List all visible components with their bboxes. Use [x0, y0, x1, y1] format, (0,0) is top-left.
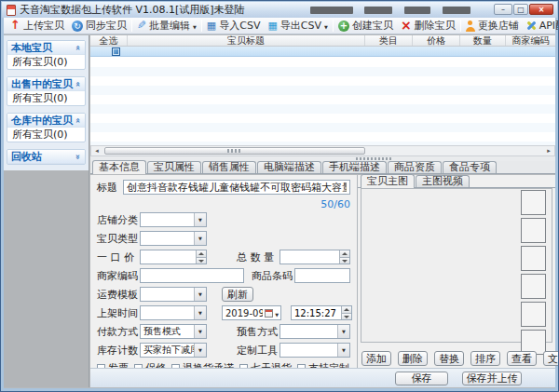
sidebar-item-all-local[interactable]: 所有宝贝(0) [7, 55, 85, 69]
table-row[interactable] [90, 47, 555, 57]
chevron-down-icon[interactable] [193, 20, 197, 32]
tools-icon [526, 20, 537, 31]
replace-image-button[interactable]: 替换 [434, 351, 464, 366]
save-and-upload-button[interactable]: 保存并上传 [462, 372, 522, 385]
presale-method-select[interactable] [280, 324, 350, 339]
stock-count-select[interactable]: 买家拍下减库存 [140, 343, 207, 358]
quantity-input[interactable] [280, 250, 350, 264]
minimize-button[interactable]: – [494, 4, 512, 15]
listing-date-value: 2019-09-05 [223, 308, 263, 318]
delete-item-button[interactable]: 删除宝贝 [397, 19, 459, 34]
chevron-down-icon[interactable] [194, 344, 206, 357]
tab-mobile-description[interactable]: 手机端描述 [322, 161, 387, 173]
horizontal-scrollbar[interactable]: ◂ ▸ [90, 145, 555, 156]
sidebar-header-onsale[interactable]: 出售中的宝贝 [7, 77, 85, 91]
api-config-button[interactable]: API配置 [523, 19, 559, 34]
spinner-icon[interactable] [339, 250, 349, 264]
title-input[interactable] [123, 180, 350, 195]
chevron-down-icon[interactable] [194, 288, 206, 301]
listing-time-select[interactable] [140, 305, 207, 320]
tab-pc-description[interactable]: 电脑端描述 [257, 161, 321, 173]
sidebar-header-local[interactable]: 本地宝贝 [7, 41, 85, 55]
column-quantity[interactable]: 数量 [460, 35, 506, 46]
payment-method-select[interactable]: 预售模式 [140, 324, 207, 339]
row-checkbox-icon[interactable] [112, 47, 120, 56]
scrollbar-thumb[interactable] [104, 147, 365, 155]
save-button[interactable]: 保存 [395, 372, 448, 385]
checkbox-return-promise[interactable]: 退换货承诺 [171, 361, 234, 369]
tab-item-attributes[interactable]: 宝贝属性 [147, 161, 201, 173]
chevron-down-icon[interactable] [194, 306, 206, 319]
chevron-down-icon[interactable] [337, 325, 349, 338]
column-price[interactable]: 价格 [413, 35, 460, 46]
collapse-up-icon[interactable] [75, 80, 81, 88]
tab-basic-info[interactable]: 基本信息 [92, 160, 146, 174]
image-thumbnail-slot[interactable] [521, 218, 546, 243]
custom-tool-select[interactable] [280, 343, 350, 358]
sort-image-button[interactable]: 排序 [470, 351, 500, 366]
sidebar: 本地宝贝 所有宝贝(0) 出售中的宝贝 所有宝贝(0) 仓库中的宝贝 所有宝贝(… [4, 35, 89, 387]
image-thumbnail-slot[interactable] [521, 274, 546, 299]
price-input[interactable] [140, 250, 207, 264]
scroll-left-icon[interactable]: ◂ [91, 146, 102, 155]
delete-image-button[interactable]: 删除 [398, 351, 428, 366]
column-select-all[interactable]: 全选 [90, 35, 128, 46]
shipping-template-select[interactable] [140, 287, 207, 302]
checkbox-invoice[interactable]: 发票 [97, 361, 129, 369]
image-thumbnail-slot[interactable] [521, 302, 546, 327]
tab-main-image[interactable]: 宝贝主图 [361, 174, 415, 188]
column-merchant-code[interactable]: 商家编码 [506, 35, 555, 46]
listing-date-picker[interactable]: 2019-09-05 [222, 305, 281, 320]
scroll-right-icon[interactable]: ▸ [543, 146, 554, 155]
tab-sales-attributes[interactable]: 销售属性 [202, 161, 256, 173]
export-csv-button[interactable]: 导出CSV [264, 19, 331, 34]
chevron-down-icon[interactable] [324, 20, 328, 32]
tab-product-qualification[interactable]: 商品资质 [388, 161, 442, 173]
upload-item-button[interactable]: 上传宝贝 [7, 19, 68, 34]
spinner-icon[interactable] [341, 306, 351, 319]
chevron-down-icon[interactable] [337, 344, 349, 357]
sidebar-item-all-warehouse[interactable]: 所有宝贝(0) [7, 128, 85, 142]
tab-main-video[interactable]: 主图视频 [416, 175, 470, 187]
sidebar-header-recycle[interactable]: 回收站 [7, 150, 85, 164]
checkbox-warranty[interactable]: 保修 [134, 361, 166, 369]
collapse-down-icon[interactable] [75, 153, 81, 161]
chevron-down-icon[interactable] [275, 307, 279, 319]
chevron-down-icon[interactable] [194, 213, 206, 226]
item-type-select[interactable] [140, 231, 207, 246]
column-item-title[interactable]: 宝贝标题 [128, 35, 365, 46]
listing-clock-input[interactable]: 12:15:27 [291, 305, 352, 320]
checkbox-seven-day-return[interactable]: 七天退货 [239, 361, 292, 369]
view-image-button[interactable]: 查看 [507, 351, 537, 366]
merchant-code-input[interactable] [140, 268, 244, 283]
sidebar-item-all-onsale[interactable]: 所有宝贝(0) [7, 91, 85, 105]
close-button[interactable]: × [529, 4, 553, 15]
import-csv-button[interactable]: 导入CSV [203, 19, 265, 34]
checkbox-custom-support[interactable]: 支持定制 [297, 361, 349, 369]
upload-item-label: 上传宝贝 [23, 19, 64, 33]
switch-shop-button[interactable]: 更换店铺 [462, 19, 523, 34]
sidebar-header-warehouse[interactable]: 仓库中的宝贝 [7, 114, 85, 128]
spinner-icon[interactable] [196, 250, 206, 264]
calendar-icon[interactable] [265, 309, 273, 318]
collapse-up-icon[interactable] [75, 116, 81, 125]
batch-edit-button[interactable]: 批量编辑 [133, 19, 200, 34]
image-thumbnail-slot[interactable] [521, 246, 546, 271]
collapse-up-icon[interactable] [75, 44, 81, 52]
export-csv-icon [267, 20, 277, 32]
barcode-input[interactable] [294, 268, 350, 283]
sync-icon [72, 20, 83, 32]
column-category[interactable]: 类目 [365, 35, 413, 46]
create-item-button[interactable]: 创建宝贝 [334, 19, 397, 34]
shop-category-select[interactable] [140, 212, 207, 227]
folder-button[interactable]: 文件夹 [543, 351, 559, 366]
chevron-down-icon[interactable] [194, 325, 206, 338]
add-image-button[interactable]: 添加 [361, 351, 391, 366]
maximize-button[interactable]: □ [513, 4, 528, 15]
create-item-label: 创建宝贝 [352, 19, 393, 33]
tab-food-special[interactable]: 食品专项 [443, 161, 497, 173]
chevron-down-icon[interactable] [194, 232, 206, 245]
sync-item-button[interactable]: 同步宝贝 [68, 19, 130, 34]
refresh-button[interactable]: 刷新 [222, 287, 253, 302]
image-thumbnail-slot[interactable] [521, 190, 546, 215]
